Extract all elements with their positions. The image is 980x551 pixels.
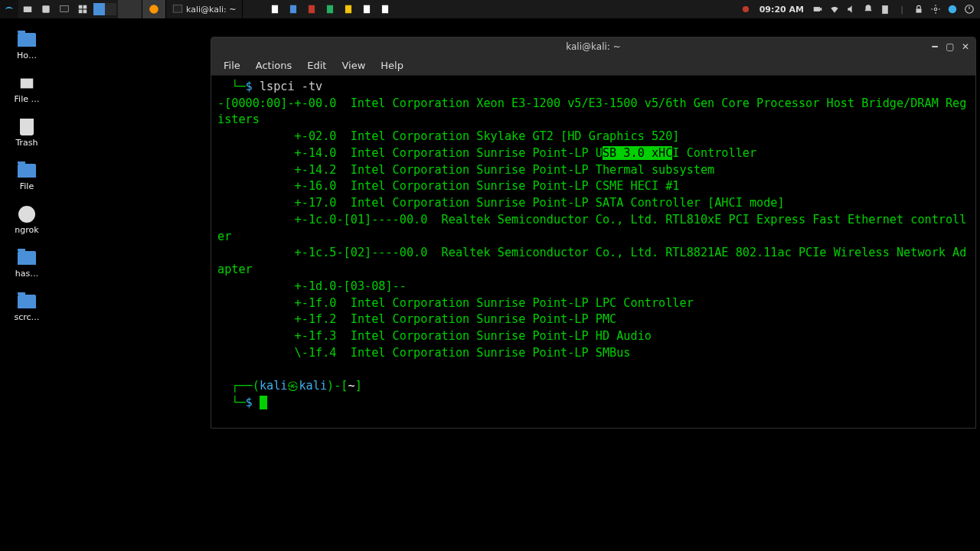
- svg-point-21: [949, 5, 957, 14]
- menubar: File Actions Edit View Help: [211, 56, 975, 76]
- svg-rect-13: [345, 5, 351, 14]
- svg-rect-17: [814, 7, 820, 11]
- workspace-indicator[interactable]: [93, 3, 116, 15]
- doc-icon-5[interactable]: [339, 0, 358, 18]
- doc-icon-2[interactable]: [284, 0, 302, 18]
- app2-icon[interactable]: [74, 0, 92, 18]
- terminal-output-line: +-17.0 Intel Corporation Sunrise Point-L…: [217, 196, 785, 210]
- svg-rect-10: [290, 5, 296, 14]
- doc-icon-4[interactable]: [321, 0, 339, 18]
- terminal-output-line: +-1d.0-[03-08]--: [217, 279, 407, 293]
- lock-icon[interactable]: [913, 3, 925, 15]
- desktop-icon-label: scrc…: [14, 312, 39, 322]
- close-button[interactable]: ✕: [959, 41, 972, 53]
- terminal-output-line: +-1f.2 Intel Corporation Sunrise Point-L…: [217, 312, 616, 326]
- desktop-icon-label: ngrok: [15, 225, 38, 235]
- terminal-output-line: +-14.0 Intel Corporation Sunrise Point-L…: [217, 146, 603, 160]
- svg-rect-19: [916, 8, 922, 12]
- doc-icon-3[interactable]: [302, 0, 321, 18]
- terminal-output-line: +-16.0 Intel Corporation Sunrise Point-L…: [217, 179, 680, 193]
- record-icon[interactable]: [740, 3, 752, 15]
- desktop-icon-trash[interactable]: Trash: [6, 118, 47, 148]
- svg-rect-6: [83, 10, 87, 14]
- settings-icon[interactable]: [929, 3, 942, 15]
- svg-rect-14: [364, 5, 370, 14]
- prompt-user: kali: [260, 379, 288, 393]
- desktop-icon-scrc[interactable]: scrc…: [6, 292, 47, 322]
- svg-rect-15: [382, 5, 388, 14]
- svg-rect-1: [42, 5, 49, 12]
- svg-rect-18: [883, 5, 888, 13]
- desktop-icon-label: File: [20, 181, 34, 191]
- window-titlebar[interactable]: kali@kali: ~ ━ ▢ ✕: [211, 37, 975, 56]
- svg-point-7: [149, 5, 158, 14]
- top-panel: kali@kali: ~ 09:20 AM |: [0, 0, 980, 18]
- maximize-button[interactable]: ▢: [943, 41, 957, 53]
- svg-rect-0: [24, 7, 32, 13]
- terminal-output-line: +-1f.3 Intel Corporation Sunrise Point-L…: [217, 329, 652, 343]
- svg-point-20: [934, 8, 937, 11]
- svg-rect-5: [79, 10, 83, 14]
- svg-rect-3: [79, 5, 83, 9]
- terminal-output-line: +-1f.0 Intel Corporation Sunrise Point-L…: [217, 296, 694, 310]
- svg-rect-12: [327, 5, 333, 14]
- power-icon[interactable]: [963, 3, 975, 15]
- svg-rect-2: [60, 5, 69, 11]
- camera-icon[interactable]: [812, 3, 824, 15]
- desktop-icon-ngrok[interactable]: ngrok: [6, 205, 47, 235]
- svg-rect-9: [272, 5, 278, 14]
- terminal-command: lspci -tv: [260, 80, 322, 93]
- desktop-icon-label: File …: [15, 94, 40, 104]
- desktop-icon-label: Ho…: [17, 51, 37, 60]
- menu-file[interactable]: File: [216, 57, 248, 74]
- terminal-output-line: -[0000:00]-+-00.0 Intel Corporation Xeon…: [217, 96, 966, 127]
- app-icon[interactable]: [37, 0, 55, 18]
- divider-icon: |: [896, 3, 908, 15]
- menu-view[interactable]: View: [334, 57, 373, 74]
- menu-help[interactable]: Help: [373, 57, 411, 74]
- doc-icon-1[interactable]: [266, 0, 284, 18]
- svg-rect-11: [309, 5, 315, 14]
- terminal-output-line: +-14.2 Intel Corporation Sunrise Point-L…: [217, 163, 714, 177]
- prompt-host: kali: [299, 379, 327, 393]
- desktop-icon-file[interactable]: File: [6, 161, 47, 191]
- taskbar-item-terminal[interactable]: kali@kali: ~: [166, 0, 243, 18]
- terminal-output-line: \-1f.4 Intel Corporation Sunrise Point-L…: [217, 346, 631, 360]
- kali-menu-icon[interactable]: [0, 0, 18, 18]
- svg-rect-4: [83, 5, 87, 9]
- svg-rect-8: [173, 5, 182, 12]
- terminal-body[interactable]: └─$ lspci -tv -[0000:00]-+-00.0 Intel Co…: [211, 76, 975, 428]
- taskbar-item-firefox[interactable]: [142, 0, 166, 18]
- terminal-launcher-icon[interactable]: [55, 0, 74, 18]
- desktop[interactable]: Ho… File … Trash File ngrok has… scrc… k…: [0, 18, 980, 551]
- prompt-symbol: $: [246, 396, 253, 409]
- desktop-icon-home[interactable]: Ho…: [6, 31, 47, 60]
- menu-actions[interactable]: Actions: [248, 57, 300, 74]
- doc-icon-6[interactable]: [358, 0, 376, 18]
- terminal-selection: SB 3.0 xHC: [603, 146, 672, 160]
- volume-icon[interactable]: [845, 3, 858, 15]
- terminal-window: kali@kali: ~ ━ ▢ ✕ File Actions Edit Vie…: [211, 37, 976, 429]
- window-title: kali@kali: ~: [566, 41, 620, 52]
- clock[interactable]: 09:20 AM: [760, 5, 804, 15]
- terminal-output-line: +-02.0 Intel Corporation Skylake GT2 [HD…: [217, 129, 680, 143]
- desktop-icon-filesystem[interactable]: File …: [6, 74, 47, 104]
- battery-icon[interactable]: [879, 3, 891, 15]
- terminal-output-line: +-1c.0-[01]----00.0 Realtek Semiconducto…: [217, 213, 966, 243]
- files-icon[interactable]: [18, 0, 37, 18]
- svg-rect-24: [21, 79, 34, 89]
- prompt-symbol: $: [246, 80, 253, 93]
- menu-edit[interactable]: Edit: [299, 57, 334, 74]
- desktop-icons: Ho… File … Trash File ngrok has… scrc…: [6, 31, 52, 322]
- globe-icon[interactable]: [946, 3, 959, 15]
- desktop-icon-label: Trash: [15, 138, 38, 148]
- terminal-output-line: +-1c.5-[02]----00.0 Realtek Semiconducto…: [217, 246, 966, 276]
- desktop-icon-has[interactable]: has…: [6, 249, 47, 279]
- prompt-path: ~: [348, 379, 354, 393]
- wifi-icon[interactable]: [828, 3, 841, 15]
- minimize-button[interactable]: ━: [928, 41, 942, 53]
- bell-icon[interactable]: [862, 3, 874, 15]
- doc-icon-7[interactable]: [376, 0, 394, 18]
- terminal-cursor: [260, 396, 267, 409]
- taskbar-item-empty[interactable]: [118, 0, 142, 18]
